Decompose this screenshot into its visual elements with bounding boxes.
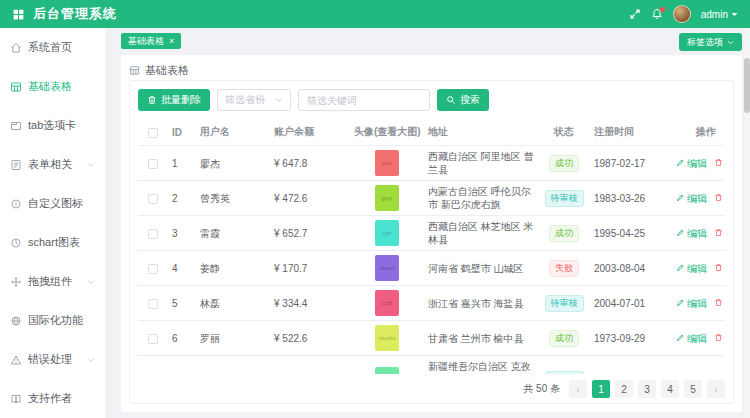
cell-id: 6 [168,321,196,356]
table-row: 7郑伟¥ 488.6rrqfnq新疆维吾尔自治区 克孜勒苏柯尔克孜自治州 阿合奇… [138,356,725,375]
cell-id: 3 [168,216,196,251]
cell-avatar: rgrt [350,216,424,251]
sidebar-item-i18n[interactable]: 国际化功能 [0,301,105,340]
collapse-menu-icon[interactable] [12,8,25,21]
sidebar-item-label: 基础表格 [28,79,72,94]
cell-register-date: 1973-09-29 [590,321,672,356]
cell-status: 成功 [538,146,590,181]
cell-avatar: afeap [350,251,424,286]
sidebar-item-table[interactable]: 基础表格 [0,67,105,106]
tab-label: 基础表格 [128,35,164,48]
delete-button[interactable]: 删除 [714,192,725,205]
cell-register-date: 2004-07-01 [590,286,672,321]
sidebar-item-drag[interactable]: 拖拽组件 [0,262,105,301]
sidebar-item-tabs[interactable]: tab选项卡 [0,106,105,145]
row-checkbox-cell [138,146,168,181]
sidebar-item-label: 错误处理 [28,352,72,367]
scrollbar-thumb[interactable] [744,58,750,113]
cell-address: 新疆维吾尔自治区 克孜勒苏柯尔克孜自治州 阿合奇县 [424,356,538,375]
province-filter-select[interactable]: 筛选省份 [217,89,291,111]
sidebar-item-support[interactable]: 支持作者 [0,379,105,418]
avatar-thumbnail[interactable]: rrqfnq [375,367,399,375]
page-button-5[interactable]: 5 [684,380,702,398]
sidebar-item-error[interactable]: 错误处理 [0,340,105,379]
next-page-button[interactable]: › [707,380,725,398]
row-checkbox[interactable] [148,299,158,309]
page-button-1[interactable]: 1 [592,380,610,398]
edit-button[interactable]: 编辑 [676,297,707,310]
table-panel: 批量删除 筛选省份 搜索 [129,80,734,404]
page-button-2[interactable]: 2 [615,380,633,398]
user-name-label: admin [701,9,728,20]
row-checkbox[interactable] [148,229,158,239]
user-menu[interactable]: admin [701,9,738,20]
trash-icon [714,192,723,205]
sidebar-item-chart[interactable]: schart图表 [0,223,105,262]
row-checkbox[interactable] [148,159,158,169]
delete-button[interactable]: 删除 [714,332,725,345]
status-badge: 失败 [549,260,579,277]
cell-username: 郑伟 [196,356,270,375]
cell-username: 廖杰 [196,146,270,181]
cell-address: 河南省 鹤壁市 山城区 [424,251,538,286]
avatar-thumbnail[interactable]: gxgr [375,185,399,211]
fullscreen-icon[interactable] [629,8,641,20]
avatar-thumbnail[interactable]: ectx [375,150,399,176]
tag-options-label: 标签选项 [687,36,723,49]
chevron-down-icon [87,356,95,364]
tag-options-button[interactable]: 标签选项 [679,33,742,51]
trash-icon [714,227,723,240]
avatar-thumbnail[interactable]: afeap [375,255,399,281]
notification-bell-icon[interactable] [651,8,663,20]
tab-close-icon[interactable]: × [169,37,174,46]
cell-operations: 编辑删除 [672,251,725,286]
search-button[interactable]: 搜索 [437,89,489,111]
edit-button[interactable]: 编辑 [676,227,707,240]
cell-username: 林磊 [196,286,270,321]
cell-avatar: xteybn [350,321,424,356]
search-label: 搜索 [460,93,480,107]
delete-button[interactable]: 删除 [714,262,725,275]
avatar-thumbnail[interactable]: xteybn [375,325,399,351]
batch-delete-button[interactable]: 批量删除 [138,89,210,111]
page-button-4[interactable]: 4 [661,380,679,398]
page-button-3[interactable]: 3 [638,380,656,398]
cell-status: 待审核 [538,356,590,375]
edit-button[interactable]: 编辑 [676,157,707,170]
avatar-thumbnail[interactable]: cqfb [375,290,399,316]
page-scrollbar[interactable] [744,28,750,418]
avatar-thumbnail[interactable]: rgrt [375,220,399,246]
cell-operations: 编辑删除 [672,216,725,251]
sidebar-nav: 系统首页基础表格tab选项卡表单相关自定义图标schart图表拖拽组件国际化功能… [0,28,105,418]
prev-page-button[interactable]: ‹ [569,380,587,398]
delete-button[interactable]: 删除 [714,227,725,240]
edit-button[interactable]: 编辑 [676,192,707,205]
row-checkbox[interactable] [148,194,158,204]
user-avatar[interactable] [673,5,691,23]
column-header: 头像(查看大图) [350,119,424,146]
delete-button[interactable]: 删除 [714,297,725,310]
pencil-icon [676,227,685,240]
sidebar-item-label: tab选项卡 [28,118,76,133]
select-all-checkbox[interactable] [148,128,158,138]
sidebar-item-home[interactable]: 系统首页 [0,28,105,67]
row-checkbox[interactable] [148,264,158,274]
keyword-filter-input[interactable] [298,89,430,111]
table-icon [10,81,22,93]
sidebar-item-custom[interactable]: 自定义图标 [0,184,105,223]
cell-avatar: ectx [350,146,424,181]
cell-balance: ¥ 522.6 [270,321,350,356]
cell-status: 待审核 [538,181,590,216]
table-row: 6罗丽¥ 522.6xteybn甘肃省 兰州市 榆中县成功1973-09-29编… [138,321,725,356]
column-header: 操作 [672,119,725,146]
delete-button[interactable]: 删除 [714,157,725,170]
row-checkbox-cell [138,356,168,375]
edit-button[interactable]: 编辑 [676,332,707,345]
row-checkbox[interactable] [148,334,158,344]
edit-button[interactable]: 编辑 [676,262,707,275]
tab-basic-table[interactable]: 基础表格 × [121,33,181,49]
cell-address: 浙江省 嘉兴市 海盐县 [424,286,538,321]
edit-label: 编辑 [687,227,707,240]
batch-delete-label: 批量删除 [161,93,201,107]
sidebar-item-form[interactable]: 表单相关 [0,145,105,184]
